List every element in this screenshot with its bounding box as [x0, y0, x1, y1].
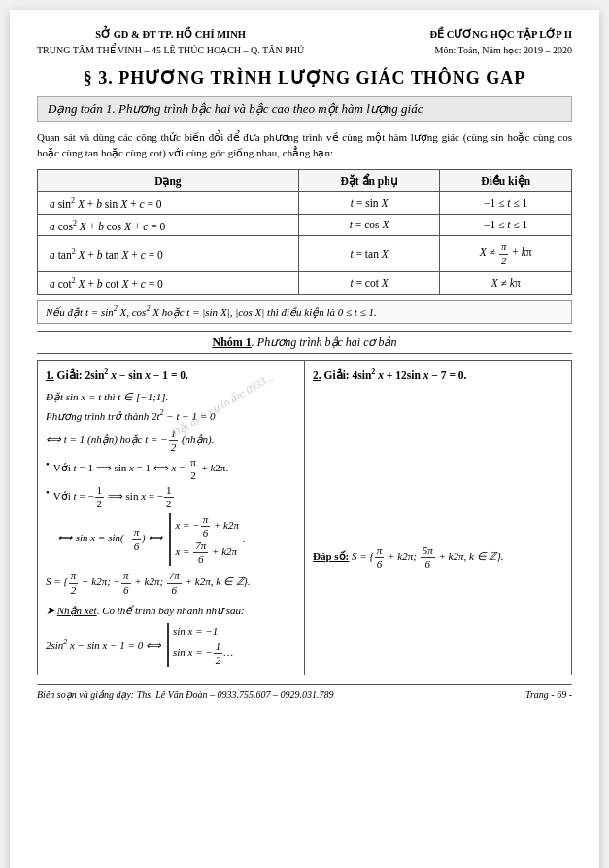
row4-dk: X ≠ kπ	[440, 271, 572, 294]
remark-line: ➤ Nhận xét. Có thể trình bày nhanh như s…	[46, 603, 296, 620]
row3-dk: X ≠ π2 + kπ	[440, 236, 572, 271]
problem1-header: 1. Giải: 2sin2 x − sin x − 1 = 0.	[46, 366, 296, 384]
case2b: ⟺ sin x = sin(−π6) ⟺ x = −π6 + k2π x = 7…	[46, 513, 296, 567]
case1: • Với t = 1 ⟹ sin x = 1 ⟺ x = π2 + k2π.	[46, 456, 296, 482]
brace-line2: x = 7π6 + k2π	[175, 539, 239, 566]
subject-year: Môn: Toán, Năm học: 2019 – 2020	[430, 43, 572, 57]
row2-dang: a cos2 X + b cos X + c = 0	[38, 214, 299, 236]
footer-left: Biên soạn và giảng dạy: Ths. Lê Văn Đoàn…	[37, 689, 334, 700]
row1-dat: t = sin X	[298, 191, 440, 214]
quick-brace1: sin x = −1	[173, 623, 233, 641]
footer-right: Trang - 69 -	[525, 689, 572, 700]
nhom-label: Nhóm 1. Phương trình bậc hai cơ bản	[213, 335, 397, 349]
table-row: a tan2 X + b tan X + c = 0 t = tan X X ≠…	[38, 236, 572, 271]
row4-dat: t = cot X	[298, 271, 440, 294]
note-content: Nếu đặt t = sin2 X, cos2 X hoặc t = |sin…	[46, 306, 377, 318]
row1-dk: −1 ≤ t ≤ 1	[440, 191, 572, 214]
two-col-main: 1. Giải: 2sin2 x − sin x − 1 = 0. Đặt si…	[37, 360, 572, 675]
row1-dang: a sin2 X + b sin X + c = 0	[38, 191, 299, 214]
solution-set: S = {π2 + k2π; −π6 + k2π; 7π6 + k2π, k ∈…	[46, 570, 296, 596]
intro-text: Quan sát và dùng các công thức biến đổi …	[37, 129, 572, 161]
dang-toan-text: Dạng toán 1. Phương trình bậc hai và bậc…	[48, 101, 423, 116]
step1: Đặt sin x = t thì t ∈ [−1;1].	[46, 389, 296, 406]
quick-solve: 2sin2 x − sin x − 1 = 0 ⟺ sin x = −1 sin…	[46, 623, 296, 667]
title-section: § 3. PHƯƠNG TRÌNH LƯỢNG GIÁC THÔNG GAP	[37, 67, 572, 88]
header-right: ĐỀ CƯƠNG HỌC TẬP LỚP II Môn: Toán, Năm h…	[430, 27, 572, 57]
problem1-title: Giải: 2sin2 x − sin x − 1 = 0.	[57, 369, 188, 381]
main-title: § 3. PHƯƠNG TRÌNH LƯỢNG GIÁC THÔNG GAP	[37, 67, 572, 88]
brace-line1: x = −π6 + k2π	[175, 513, 239, 539]
formula-table: Dạng Đặt ẩn phụ Điều kiện a sin2 X + b s…	[37, 169, 572, 295]
row3-dat: t = tan X	[298, 236, 440, 271]
row4-dang: a cot2 X + b cot X + c = 0	[38, 271, 299, 294]
col-header-dat: Đặt ẩn phụ	[298, 169, 440, 191]
problem2-header: 2. Giải: 4sin2 x + 12sin x − 7 = 0.	[313, 366, 563, 384]
brace-system-1: x = −π6 + k2π x = 7π6 + k2π	[169, 513, 239, 567]
table-row: a sin2 X + b sin X + c = 0 t = sin X −1 …	[38, 191, 572, 214]
col-problem2: 2. Giải: 4sin2 x + 12sin x − 7 = 0. Đáp …	[305, 361, 571, 675]
school-address: TRUNG TÂM THỂ VINH – 45 LÊ THÚC HOẠCH – …	[37, 43, 304, 57]
step3: ⟺ t = 1 (nhận) hoặc t = −12 (nhận).	[46, 428, 296, 454]
col-header-dkien: Điều kiện	[440, 169, 572, 191]
note-text: Nếu đặt t = sin2 X, cos2 X hoặc t = |sin…	[37, 300, 572, 325]
school-name: SỞ GD & ĐT TP. HỒ CHÍ MINH	[37, 27, 304, 43]
problem2-space	[313, 389, 563, 544]
col-problem1: 1. Giải: 2sin2 x − sin x − 1 = 0. Đặt si…	[38, 361, 305, 675]
row2-dk: −1 ≤ t ≤ 1	[440, 214, 572, 236]
case2a: • Với t = −12 ⟹ sin x = −12	[46, 484, 296, 510]
row2-dat: t = cos X	[298, 214, 440, 236]
dap-so: Đáp số: S = {π6 + k2π; 5π6 + k2π, k ∈ ℤ}…	[313, 544, 563, 571]
table-row: a cot2 X + b cot X + c = 0 t = cot X X ≠…	[38, 271, 572, 294]
quick-brace2: sin x = −12…	[173, 641, 233, 667]
doc-title: ĐỀ CƯƠNG HỌC TẬP LỚP II	[430, 27, 572, 43]
header: SỞ GD & ĐT TP. HỒ CHÍ MINH TRUNG TÂM THỂ…	[37, 27, 572, 57]
footer: Biên soạn và giảng dạy: Ths. Lê Văn Đoàn…	[37, 684, 572, 700]
page: SỞ GD & ĐT TP. HỒ CHÍ MINH TRUNG TÂM THỂ…	[10, 10, 599, 868]
brace-system-2: sin x = −1 sin x = −12…	[167, 623, 233, 667]
dang-toan-box: Dạng toán 1. Phương trình bậc hai và bậc…	[37, 96, 572, 122]
step2: Phương trình trở thành 2t2 − t − 1 = 0	[46, 407, 296, 425]
col-header-dang: Dạng	[38, 169, 299, 191]
row3-dang: a tan2 X + b tan X + c = 0	[38, 236, 299, 271]
nhom-title: Nhóm 1. Phương trình bậc hai cơ bản	[37, 331, 572, 354]
table-row: a cos2 X + b cos X + c = 0 t = cos X −1 …	[38, 214, 572, 236]
problem2-title: Giải: 4sin2 x + 12sin x − 7 = 0.	[324, 369, 467, 381]
header-left: SỞ GD & ĐT TP. HỒ CHÍ MINH TRUNG TÂM THỂ…	[37, 27, 304, 57]
